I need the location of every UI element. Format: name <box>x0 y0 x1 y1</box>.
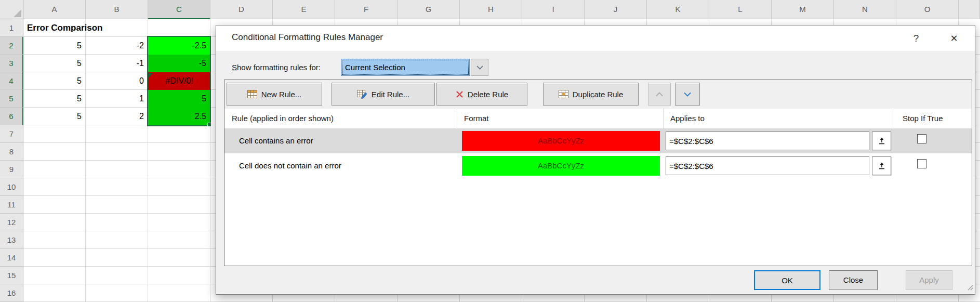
column-header-k[interactable]: K <box>647 0 709 19</box>
edit-rule-label: Edit Rule... <box>372 90 409 99</box>
cell-a3[interactable]: 5 <box>23 55 86 72</box>
list-header-stop-if-true: Stop If True <box>903 109 943 128</box>
cell-b5[interactable]: 1 <box>86 90 148 108</box>
rules-toolbar: New Rule... Edit Rule... Delete Rule <box>224 80 972 109</box>
format-preview-green: AaBbCcYyZz <box>462 156 660 176</box>
cell-b3[interactable]: -1 <box>86 55 148 72</box>
cell-a4[interactable]: 5 <box>23 72 86 90</box>
edit-rule-button[interactable]: Edit Rule... <box>332 83 435 106</box>
move-rule-down-button[interactable] <box>675 83 700 106</box>
row-header-8[interactable]: 8 <box>0 143 23 161</box>
collapse-dialog-button[interactable] <box>872 156 891 175</box>
fill-handle[interactable] <box>207 123 211 127</box>
row-header-9[interactable]: 9 <box>0 161 23 178</box>
cell-a6[interactable]: 5 <box>23 108 86 125</box>
cell-a2[interactable]: 5 <box>23 37 86 55</box>
ok-button[interactable]: OK <box>754 270 820 290</box>
select-all-corner[interactable] <box>0 0 23 19</box>
delete-rule-button[interactable]: Delete Rule <box>436 83 527 106</box>
close-icon[interactable]: ✕ <box>945 31 963 46</box>
row-header-15[interactable]: 15 <box>0 267 23 284</box>
column-header-partial[interactable] <box>959 0 980 19</box>
chevron-down-icon <box>476 65 483 70</box>
scope-dropdown-button[interactable] <box>471 59 488 76</box>
cell-c5[interactable]: 5 <box>148 90 210 108</box>
row-header-2[interactable]: 2 <box>0 37 23 55</box>
applies-to-input[interactable] <box>666 156 869 175</box>
row-header-10[interactable]: 10 <box>0 178 23 196</box>
select-all-triangle-icon <box>14 9 21 17</box>
format-preview-red: AaBbCcYyZz <box>462 131 660 151</box>
column-header-m[interactable]: M <box>772 0 834 19</box>
rule-row-error[interactable]: Cell contains an error AaBbCcYyZz <box>224 128 972 153</box>
cell-c2-active[interactable]: -2.5 <box>148 37 210 55</box>
delete-rule-label: Delete Rule <box>468 90 508 99</box>
move-rule-up-button[interactable] <box>648 83 671 106</box>
new-rule-button[interactable]: New Rule... <box>227 83 322 106</box>
row-header-13[interactable]: 13 <box>0 231 23 249</box>
close-button[interactable]: Close <box>829 270 878 290</box>
duplicate-rule-label: Duplicate Rule <box>573 90 624 99</box>
rule-row-no-error[interactable]: Cell does not contain an error AaBbCcYyZ… <box>224 153 972 178</box>
cell-a1[interactable]: Error Comparison <box>27 19 162 37</box>
rule-name: Cell does not contain an error <box>239 153 341 178</box>
header-divider <box>663 109 664 128</box>
column-header-o[interactable]: O <box>896 0 959 19</box>
row-header-7[interactable]: 7 <box>0 125 23 143</box>
resize-grip[interactable] <box>966 283 973 293</box>
row-header-4[interactable]: 4 <box>0 72 23 90</box>
column-header-c[interactable]: C <box>148 0 210 19</box>
row-header-12[interactable]: 12 <box>0 214 23 231</box>
cell-b4[interactable]: 0 <box>86 72 148 90</box>
help-icon[interactable]: ? <box>908 31 924 46</box>
stop-if-true-checkbox[interactable] <box>917 134 926 143</box>
column-header-h[interactable]: H <box>460 0 522 19</box>
cell-a5[interactable]: 5 <box>23 90 86 108</box>
row-header-6[interactable]: 6 <box>0 108 23 125</box>
error-indicator-triangle-icon <box>149 73 153 77</box>
list-header-rule: Rule (applied in order shown) <box>232 109 334 128</box>
duplicate-rule-grid-icon <box>559 90 568 98</box>
apply-button-disabled: Apply <box>906 270 952 290</box>
column-header-b[interactable]: B <box>86 0 148 19</box>
column-header-l[interactable]: L <box>709 0 772 19</box>
column-header-g[interactable]: G <box>398 0 460 19</box>
row-header-16[interactable]: 16 <box>0 284 23 302</box>
delete-x-icon <box>456 90 463 98</box>
column-header-i[interactable]: I <box>522 0 585 19</box>
column-header-n[interactable]: N <box>834 0 896 19</box>
column-header-e[interactable]: E <box>273 0 335 19</box>
column-header-d[interactable]: D <box>210 0 273 19</box>
scope-dropdown[interactable]: Current Selection <box>341 59 470 76</box>
rule-name: Cell contains an error <box>239 128 313 153</box>
row-header-14[interactable]: 14 <box>0 249 23 267</box>
cell-c6[interactable]: 2.5 <box>148 108 210 125</box>
cell-c4-error[interactable]: #DIV/0! <box>148 72 210 90</box>
collapse-dialog-button[interactable] <box>872 132 891 150</box>
show-rules-label: Show formatting rules for: <box>232 59 321 76</box>
column-header-f[interactable]: F <box>335 0 398 19</box>
range-select-arrow-icon <box>878 162 886 170</box>
applies-to-input[interactable] <box>666 132 869 150</box>
new-rule-grid-icon <box>247 90 257 98</box>
edit-rule-pencil-icon <box>357 90 367 99</box>
duplicate-rule-button[interactable]: Duplicate Rule <box>543 83 639 106</box>
row-header-11[interactable]: 11 <box>0 196 23 214</box>
chevron-down-icon <box>684 92 691 97</box>
header-divider <box>457 109 457 128</box>
cell-b6[interactable]: 2 <box>86 108 148 125</box>
column-headers: A B C D E F G H I J K L M N O <box>23 0 980 19</box>
cell-c3[interactable]: -5 <box>148 55 210 72</box>
row-header-5[interactable]: 5 <box>0 90 23 108</box>
row-headers: 1 2 3 4 5 6 7 8 9 10 11 12 13 14 15 16 <box>0 19 23 302</box>
row-header-1[interactable]: 1 <box>0 19 23 37</box>
list-header-format: Format <box>464 109 489 128</box>
stop-if-true-checkbox[interactable] <box>917 159 926 168</box>
row-header-3[interactable]: 3 <box>0 55 23 72</box>
column-header-a[interactable]: A <box>23 0 86 19</box>
cf-rules-manager-dialog: Conditional Formatting Rules Manager ? ✕… <box>216 25 975 295</box>
rules-panel: New Rule... Edit Rule... Delete Rule <box>224 80 972 266</box>
cell-b2[interactable]: -2 <box>86 37 148 55</box>
excel-window: A B C D E F G H I J K L M N O 1 2 3 4 5 … <box>0 0 980 302</box>
column-header-j[interactable]: J <box>585 0 647 19</box>
